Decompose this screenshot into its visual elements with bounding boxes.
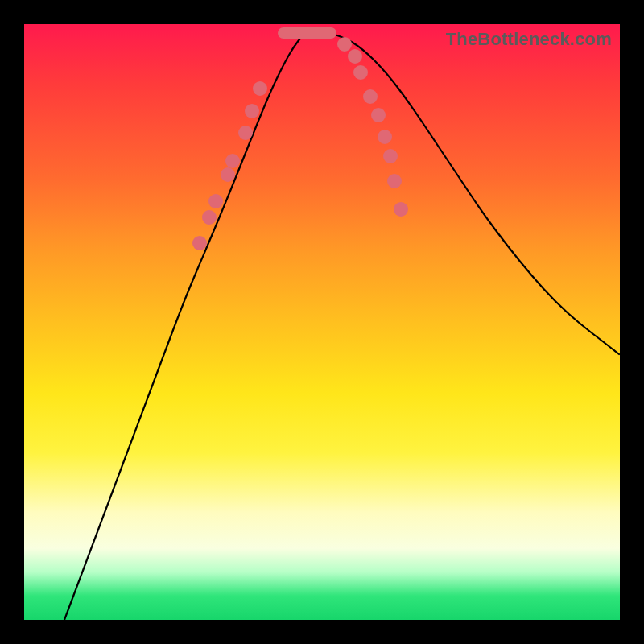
curve-marker-dot [371,108,386,122]
curve-marker-dot [387,174,402,188]
curve-marker-dot [337,37,352,52]
curve-trough-segment [278,27,336,39]
curve-marker-dot [192,236,207,250]
plot-area: TheBottleneck.com [24,24,620,620]
curve-marker-dot [253,81,267,96]
curve-marker-dot [353,65,368,80]
chart-frame: TheBottleneck.com [0,0,644,644]
curve-marker-dot [208,194,223,208]
curve-marker-dot [378,130,392,144]
curve-marker-dot [225,154,240,168]
bottleneck-curve [24,24,620,620]
curve-marker-dot [348,49,362,64]
curve-marker-dot [383,149,398,163]
curve-marker-dot [245,104,259,118]
curve-marker-dot [238,126,253,140]
curve-marker-dot [394,202,408,217]
curve-marker-dot [363,89,378,104]
curve-marker-dot [221,167,235,182]
curve-marker-dot [202,210,217,225]
